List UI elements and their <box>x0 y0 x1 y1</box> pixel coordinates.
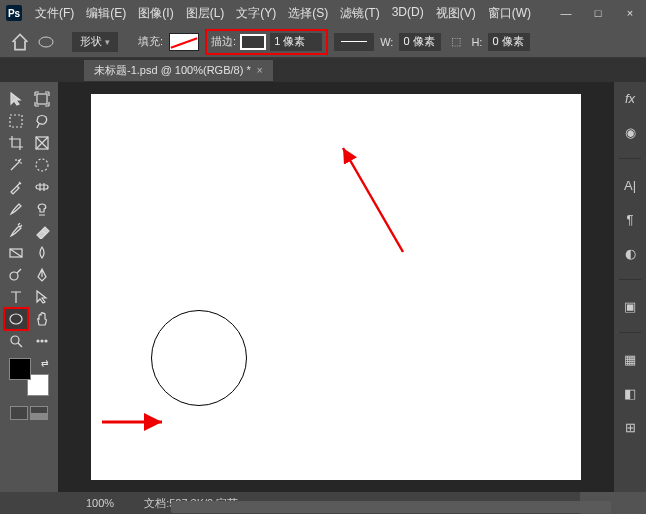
gradient-tool[interactable] <box>4 242 28 264</box>
close-icon[interactable]: × <box>257 65 263 76</box>
menu-编辑e[interactable]: 编辑(E) <box>81 3 131 24</box>
standard-mode-icon[interactable] <box>10 406 28 420</box>
tab-title: 未标题-1.psd @ 100%(RGB/8) * <box>94 63 251 78</box>
separator <box>619 279 641 280</box>
character-icon[interactable]: A| <box>620 175 640 195</box>
selection-brush-tool[interactable] <box>30 154 54 176</box>
workspace: ⇄ fx◉A|¶◐▣▦◧⊞ <box>0 82 646 492</box>
close-button[interactable]: × <box>620 7 640 19</box>
stroke-group-highlighted: 描边: <box>205 29 328 55</box>
menu-窗口w[interactable]: 窗口(W) <box>483 3 536 24</box>
brush-tool[interactable] <box>4 198 28 220</box>
quick-mask-icon[interactable] <box>30 406 48 420</box>
maximize-button[interactable]: □ <box>588 7 608 19</box>
edit-toolbar[interactable] <box>30 330 54 352</box>
fill-swatch[interactable] <box>169 33 199 51</box>
home-icon[interactable] <box>10 32 30 52</box>
layers-icon[interactable]: ▣ <box>620 296 640 316</box>
canvas-area <box>58 82 614 492</box>
stroke-style-dropdown[interactable] <box>334 33 374 51</box>
fill-label: 填充: <box>138 34 163 49</box>
svg-point-11 <box>41 340 43 342</box>
menu-文件f[interactable]: 文件(F) <box>30 3 79 24</box>
type-tool[interactable] <box>4 286 28 308</box>
ellipse-shape[interactable] <box>151 310 247 406</box>
stamp-tool[interactable] <box>30 198 54 220</box>
width-input[interactable] <box>399 33 441 51</box>
shape-mode-dropdown[interactable]: 形状 <box>72 32 118 52</box>
foreground-color[interactable] <box>9 358 31 380</box>
paragraph-icon[interactable]: ¶ <box>620 209 640 229</box>
svg-point-0 <box>39 37 53 47</box>
height-input[interactable] <box>488 33 530 51</box>
swap-colors-icon[interactable]: ⇄ <box>41 358 49 368</box>
color-picker[interactable]: ⇄ <box>9 358 49 396</box>
svg-point-7 <box>10 272 18 280</box>
menu-文字y[interactable]: 文字(Y) <box>231 3 281 24</box>
eraser-tool[interactable] <box>30 220 54 242</box>
stroke-width-input[interactable] <box>270 33 322 51</box>
svg-rect-2 <box>10 115 22 127</box>
menu-视图v[interactable]: 视图(V) <box>431 3 481 24</box>
menu-滤镜t[interactable]: 滤镜(T) <box>335 3 384 24</box>
artboard-tool[interactable] <box>30 88 54 110</box>
svg-point-10 <box>37 340 39 342</box>
healing-brush-tool[interactable] <box>30 176 54 198</box>
link-wh-icon[interactable]: ⬚ <box>447 33 465 51</box>
menu-图像i[interactable]: 图像(I) <box>133 3 178 24</box>
options-bar: 形状 填充: 描边: W: ⬚ H: <box>0 26 646 58</box>
lasso-tool[interactable] <box>30 110 54 132</box>
marquee-tool[interactable] <box>4 110 28 132</box>
magic-wand-tool[interactable] <box>4 154 28 176</box>
toolbox: ⇄ <box>0 82 58 492</box>
minimize-button[interactable]: — <box>556 7 576 19</box>
svg-rect-1 <box>37 94 47 104</box>
zoom-level[interactable]: 100% <box>86 497 114 509</box>
svg-point-4 <box>36 159 48 171</box>
fx-icon[interactable]: fx <box>620 88 640 108</box>
pen-tool[interactable] <box>30 264 54 286</box>
document-tabbar: 未标题-1.psd @ 100%(RGB/8) * × <box>0 58 646 82</box>
grid-icon[interactable]: ⊞ <box>620 417 640 437</box>
w-label: W: <box>380 36 393 48</box>
stroke-swatch[interactable] <box>240 34 266 50</box>
blur-tool[interactable] <box>30 242 54 264</box>
crop-tool[interactable] <box>4 132 28 154</box>
separator <box>619 332 641 333</box>
svg-point-9 <box>11 336 19 344</box>
svg-point-8 <box>10 314 22 324</box>
stroke-label: 描边: <box>211 34 236 49</box>
history-brush-tool[interactable] <box>4 220 28 242</box>
separator <box>619 158 641 159</box>
menu-选择s[interactable]: 选择(S) <box>283 3 333 24</box>
document-tab[interactable]: 未标题-1.psd @ 100%(RGB/8) * × <box>84 60 273 81</box>
titlebar: Ps 文件(F)编辑(E)图像(I)图层(L)文字(Y)选择(S)滤镜(T)3D… <box>0 0 646 26</box>
hand-tool[interactable] <box>30 308 54 330</box>
menu-3dd[interactable]: 3D(D) <box>387 3 429 24</box>
ellipse-tool-icon[interactable] <box>36 32 56 52</box>
contrast-icon[interactable]: ◐ <box>620 243 640 263</box>
right-panel-bar: fx◉A|¶◐▣▦◧⊞ <box>614 82 646 492</box>
menubar: 文件(F)编辑(E)图像(I)图层(L)文字(Y)选择(S)滤镜(T)3D(D)… <box>30 3 536 24</box>
window-controls: — □ × <box>556 7 640 19</box>
path-selection-tool[interactable] <box>30 286 54 308</box>
zoom-tool[interactable] <box>4 330 28 352</box>
dodge-tool[interactable] <box>4 264 28 286</box>
svg-rect-5 <box>36 185 48 189</box>
app-logo: Ps <box>6 5 22 21</box>
canvas[interactable] <box>91 94 581 480</box>
h-label: H: <box>471 36 482 48</box>
menu-图层l[interactable]: 图层(L) <box>181 3 230 24</box>
svg-point-12 <box>45 340 47 342</box>
swatches-icon[interactable]: ◧ <box>620 383 640 403</box>
frame-tool[interactable] <box>30 132 54 154</box>
history-icon[interactable]: ▦ <box>620 349 640 369</box>
horizontal-scrollbar[interactable] <box>171 501 611 513</box>
ellipse-shape-tool[interactable] <box>4 308 28 330</box>
color-wheel-icon[interactable]: ◉ <box>620 122 640 142</box>
move-tool[interactable] <box>4 88 28 110</box>
eyedropper-tool[interactable] <box>4 176 28 198</box>
